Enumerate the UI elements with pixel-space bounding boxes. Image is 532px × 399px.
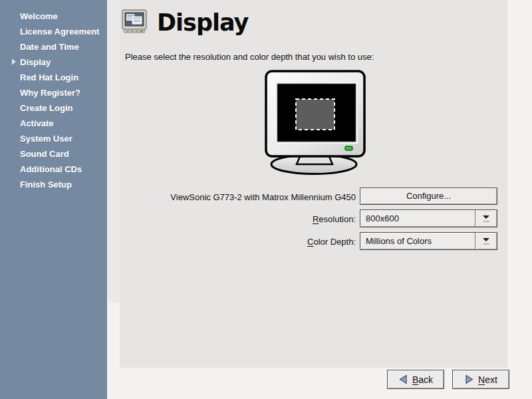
resolution-select[interactable]: 532x399 [360,209,497,227]
resolution-selected-value: 532x399 [360,210,475,227]
next-button-label: Next [478,374,497,385]
sidebar-item-welcome: Welcome [0,9,107,24]
selected-resolution-area [296,99,334,130]
setup-steps-list: Welcome License Agreement Date and Time … [0,0,107,192]
sidebar-item-red-hat-login: Red Hat Login [0,70,107,85]
sidebar-item-sound-card: Sound Card [0,146,107,162]
chevron-down-icon [475,210,497,227]
back-button-label: Back [412,374,433,385]
display-monitor-icon [120,8,148,36]
resolution-label: Resolution: [120,214,356,224]
configure-button[interactable]: Configure... [360,188,497,205]
crt-monitor-preview-illustration [262,68,368,176]
sidebar-item-activate: Activate [0,116,107,131]
page-title: Display [157,9,248,36]
sidebar-item-date-and-time: Date and Time [0,39,107,55]
sidebar-item-system-user: System User [0,131,107,146]
color-depth-select[interactable]: Millions of Colors [360,232,497,250]
active-step-arrow-icon [12,59,16,65]
sidebar-item-additional-cds: Additional CDs [0,162,107,177]
next-arrow-icon [464,374,474,384]
color-depth-label: Color Depth: [120,237,356,247]
monitor-power-led [345,146,352,150]
back-arrow-icon [398,374,408,384]
color-depth-selected-value: Millions of Colors [360,233,475,249]
setup-steps-sidebar: Welcome License Agreement Date and Time … [0,0,107,399]
sidebar-item-finish-setup: Finish Setup [0,177,107,192]
sidebar-item-license-agreement: License Agreement [0,24,107,39]
back-button[interactable]: Back [387,370,444,389]
sidebar-item-why-register: Why Register? [0,85,107,100]
sidebar-item-create-login: Create Login [0,100,107,116]
next-button[interactable]: Next [452,370,509,389]
sidebar-item-display: Display [0,55,107,70]
chevron-down-icon [475,233,497,249]
instruction-text: Please select the resolution and color d… [125,52,374,62]
background-sheet-edge [107,0,120,303]
device-label: ViewSonic G773-2 with Matrox Millennium … [120,192,356,202]
